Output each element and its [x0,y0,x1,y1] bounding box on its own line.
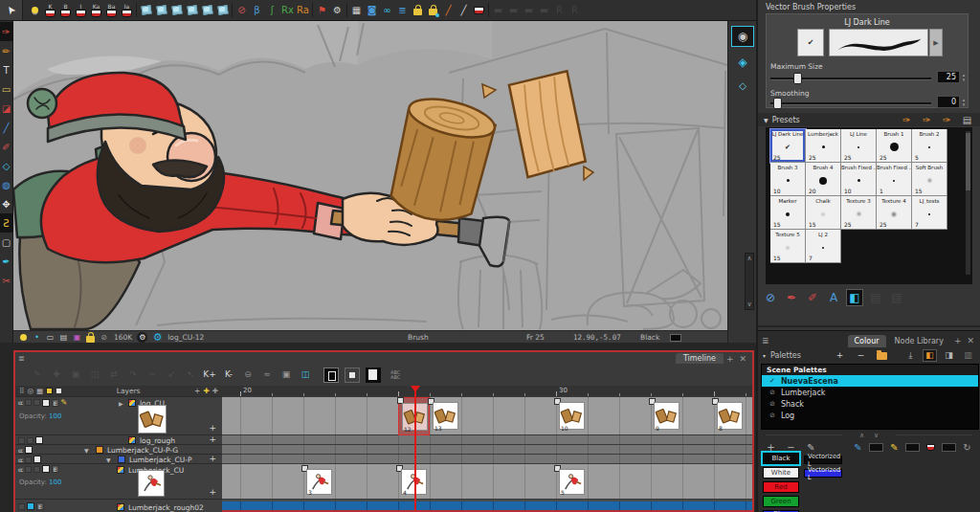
LJ_tests[interactable]: LJ_tests 7 [912,196,947,230]
track-log-cu[interactable]: 12131098 [222,397,752,435]
thumbnail-toggle-dark[interactable] [323,367,339,383]
select-tool[interactable]: ▢ [0,233,13,252]
Vectorized L[interactable]: Vectorized L [804,469,842,478]
vertical-scrollbar[interactable]: ∧ ∨ [745,253,754,310]
frame-cell[interactable]: 5 [556,466,588,498]
LJ 2[interactable]: LJ 2 7 [806,230,841,263]
layer-enable-checkbox[interactable] [42,465,50,473]
outline-view-icon[interactable]: ◇ [731,75,754,96]
auto-flatten-icon[interactable]: ✒ [783,289,800,306]
frame-ruler[interactable]: 2030 [222,386,752,397]
paint-colour-chip[interactable] [942,443,956,452]
flag-icon[interactable]: ⚑ [315,0,329,20]
layer-row-lumberjack-group[interactable]: cc ▼ Lumberjack_CU-P-G [15,445,222,455]
ease-icon[interactable]: ≈ [260,367,274,384]
freeze-cube-6-icon[interactable] [215,0,230,20]
add-keyframe-icon[interactable]: K+ [203,367,216,384]
layer-enable-checkbox[interactable] [42,399,50,407]
update-preset-icon[interactable]: ✑ [920,114,934,126]
add-drawing-button[interactable]: + [209,434,216,444]
track-lumberjack-rough02[interactable] [222,501,752,510]
layer-view-icon[interactable]: ◈ [731,52,754,73]
layer-extra-icon-1[interactable]: ✚ [203,387,209,395]
max-size-slider-handle[interactable] [793,73,802,84]
Brush 3[interactable]: Brush 3 10 [770,163,806,196]
timeline-frames-area[interactable]: 2030 12131098 345 [222,386,752,510]
toolbar-icon[interactable] [311,0,314,20]
camera-mask-icon[interactable]: ◙ [365,0,379,20]
tab-timeline[interactable]: Timeline [676,353,724,364]
stabilizer-1-icon[interactable]: ▤ [867,289,884,306]
smoothing-slider[interactable] [770,102,931,105]
safe-area-icon[interactable]: ∞ [380,0,394,20]
new-preset-icon[interactable]: ✑ [900,114,914,126]
add-tab-button[interactable]: + [952,336,964,347]
toolbar-icon[interactable] [487,0,490,20]
tab-node-library[interactable]: Node Library [888,335,950,347]
close-tab-button[interactable]: ✕ [736,354,749,364]
Lumberjack[interactable]: ⊘ Lumberjack [762,387,978,398]
playhead[interactable] [414,386,416,510]
status-lock-icon[interactable] [85,331,96,343]
Lumberjack[interactable]: Lumberjack 25 [806,129,841,163]
max-size-value[interactable]: 25 [937,71,960,83]
redo-icon[interactable]: ↷ [126,367,140,384]
swatch-mode-icon[interactable]: ◨ [942,349,956,362]
frame-cell[interactable]: 8 [714,399,746,434]
add-drawing-button[interactable]: + [209,423,216,433]
add-tab-button[interactable]: + [724,354,737,364]
disabled-pill-2-icon[interactable]: ▬ [506,0,521,20]
deformer-green-icon[interactable]: ʃ [265,0,279,20]
line-tool[interactable]: ╱ [0,118,13,137]
onion-pot-ka-icon[interactable]: Ka [89,0,103,20]
text-tool[interactable]: T [0,60,13,79]
lock-add-icon[interactable] [426,0,440,20]
Black[interactable]: Black [763,453,799,464]
track-lumberjack-group[interactable] [222,445,752,455]
thumbnail-toggle-large[interactable] [366,367,381,383]
layer-row-log-rough[interactable]: log_rough + [15,435,222,445]
status-globe-icon[interactable]: ⊘ [99,331,109,343]
frame-cell[interactable]: 10 [556,399,588,434]
lock-icon[interactable] [411,0,425,20]
motion-icon[interactable]: ⊖ [241,367,255,384]
frame-cell[interactable]: 9 [651,399,682,434]
opacity-row[interactable]: Opacity: 100 [19,412,61,420]
onion-pot-k-icon[interactable]: K [43,0,57,20]
NuevaEscena[interactable]: ✓ NuevaEscena [762,375,978,387]
Log[interactable]: ⊘ Log [762,410,978,421]
add-drawing-icon[interactable]: ✚ [50,367,63,384]
Green[interactable]: Green [763,496,799,507]
freeze-cube-3-icon[interactable] [169,0,184,20]
load-palette-folder-icon[interactable] [875,349,889,362]
freeze-cube-4-icon[interactable] [185,0,199,20]
pencil-tool[interactable]: ✏ [0,41,13,60]
toolbar-icon[interactable] [135,0,138,20]
repaint-brush-icon[interactable]: ✐ [804,289,821,306]
gear-badge-icon[interactable]: ⚙ [137,332,147,343]
add-drawing-button[interactable]: + [209,454,216,463]
remove-keyframe-icon[interactable]: K- [222,367,235,384]
Brush 4[interactable]: Brush 4 20 [806,163,841,196]
status-book-icon[interactable]: ▤ [58,331,69,343]
camera-view[interactable] [13,21,727,330]
expand-arrow[interactable]: ▶ [119,400,123,407]
add-drawing-button[interactable]: + [209,487,216,497]
palette-grey-icon[interactable]: ▥ [961,349,975,362]
line-white-icon[interactable]: ╱ [457,0,471,20]
fill-colour-chip[interactable] [905,443,920,452]
White[interactable]: White [763,467,799,479]
scroll-up-icon[interactable]: ∧ [746,255,751,262]
gear-blue-icon[interactable]: ⚙ [152,332,163,343]
Brush Fixed ...[interactable]: Brush Fixed ... 10 [841,163,877,196]
track-lumberjack-peg[interactable] [222,455,752,464]
remove-palette-icon[interactable]: − [854,349,868,362]
contour-editor-tool[interactable]: ✒ [0,252,13,271]
onion-pot-ia-icon[interactable]: Ia [120,0,134,20]
deformer-red-icon[interactable]: ⊘ [234,0,249,20]
smoothing-value[interactable]: 0 [937,96,960,108]
auto-adjust-icon[interactable]: A [825,289,842,306]
status-camera-icon[interactable]: ▣ [72,331,82,343]
hand-tool[interactable]: ✥ [0,194,13,213]
Texture 3[interactable]: Texture 3 25 [841,196,877,230]
